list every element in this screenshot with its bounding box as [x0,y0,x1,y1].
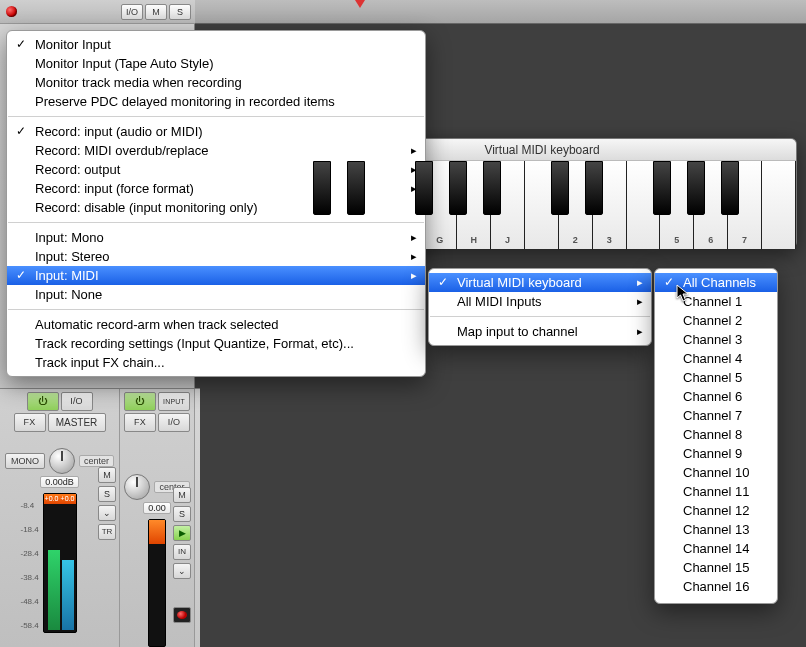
master-power-button[interactable]: ⏻ [27,392,59,411]
channel-submenu-item[interactable]: Channel 16 [655,577,777,596]
key-label: 6 [708,235,713,245]
clip-right: +0.0 [60,494,76,504]
master-tr-button[interactable]: TR [98,524,116,540]
black-key[interactable] [347,161,365,215]
context-menu-item[interactable]: Monitor Input [7,35,425,54]
context-menu-item[interactable]: Record: MIDI overdub/replace [7,141,425,160]
channel-submenu-item[interactable]: Channel 6 [655,387,777,406]
timeline-ruler[interactable] [195,0,806,24]
track-out-button[interactable]: ⌄ [173,563,191,579]
midi-channel-submenu[interactable]: All ChannelsChannel 1Channel 2Channel 3C… [654,268,778,604]
white-key[interactable] [762,161,796,249]
black-key[interactable] [721,161,739,215]
meter-tick: -8.4 [21,502,39,510]
channel-submenu-item[interactable]: Channel 10 [655,463,777,482]
input-midi-submenu[interactable]: Virtual MIDI keyboardAll MIDI InputsMap … [428,268,652,346]
context-menu-item[interactable]: Input: Stereo [7,247,425,266]
track-1-header[interactable]: I/O M S [0,0,195,24]
master-fx-button[interactable]: FX [14,413,46,432]
master-io-button[interactable]: I/O [61,392,93,411]
black-key[interactable] [585,161,603,215]
key-label: 7 [742,235,747,245]
menu-separator [8,222,424,223]
master-mono-button[interactable]: MONO [5,453,45,469]
channel-submenu-item[interactable]: Channel 15 [655,558,777,577]
master-clip-indicator[interactable]: +0.0 +0.0 [44,494,76,504]
track-meter [148,519,166,647]
midi-submenu-item[interactable]: Map input to channel [429,322,651,341]
channel-submenu-item[interactable]: All Channels [655,273,777,292]
context-menu-item[interactable]: Track input FX chain... [7,353,425,372]
context-menu-item[interactable]: Track recording settings (Input Quantize… [7,334,425,353]
meter-tick: -48.4 [21,598,39,606]
master-solo-button[interactable]: S [98,486,116,502]
track-solo-button[interactable]: S [173,506,191,522]
context-menu-item[interactable]: Preserve PDC delayed monitoring in recor… [7,92,425,111]
meter-bar-left [48,550,60,630]
black-key[interactable] [415,161,433,215]
channel-submenu-item[interactable]: Channel 1 [655,292,777,311]
master-mute-button[interactable]: M [98,467,116,483]
midi-submenu-item[interactable]: All MIDI Inputs [429,292,651,311]
key-label: H [470,235,477,245]
channel-submenu-item[interactable]: Channel 7 [655,406,777,425]
black-key[interactable] [313,161,331,215]
black-key[interactable] [483,161,501,215]
clip-left: +0.0 [44,494,60,504]
channel-submenu-item[interactable]: Channel 4 [655,349,777,368]
track-power-button[interactable]: ⏻ [124,392,156,411]
track-in-button[interactable]: IN [173,544,191,560]
menu-separator [8,309,424,310]
context-menu-item[interactable]: Record: input (audio or MIDI) [7,122,425,141]
context-menu-item[interactable]: Input: Mono [7,228,425,247]
track-mute-button[interactable]: M [173,487,191,503]
track-record-button[interactable] [173,607,191,623]
key-label: J [505,235,510,245]
track-pan-knob[interactable] [124,474,150,500]
channel-submenu-item[interactable]: Channel 9 [655,444,777,463]
black-key[interactable] [653,161,671,215]
master-env-button[interactable]: ⌄ [98,505,116,521]
context-menu-item[interactable]: Input: MIDI [7,266,425,285]
io-button[interactable]: I/O [121,4,143,20]
mute-button[interactable]: M [145,4,167,20]
menu-separator [430,316,650,317]
black-key[interactable] [687,161,705,215]
channel-submenu-item[interactable]: Channel 5 [655,368,777,387]
key-label: G [436,235,443,245]
channel-submenu-item[interactable]: Channel 3 [655,330,777,349]
track-inputfx-button[interactable]: INPUT FX [158,392,190,411]
master-db-label: 0.00dB [40,476,79,488]
context-menu-item[interactable]: Input: None [7,285,425,304]
master-name-label: MASTER [48,413,106,432]
record-arm-button[interactable] [6,6,17,17]
track-clip-indicator[interactable] [149,520,165,544]
key-label: 3 [607,235,612,245]
channel-submenu-item[interactable]: Channel 14 [655,539,777,558]
context-menu-item[interactable]: Monitor Input (Tape Auto Style) [7,54,425,73]
meter-scale: -8.4-18.4-28.4-38.4-48.4-58.4 [21,502,39,630]
workspace: I/O M S Virtual MIDI keyboard SDGHJ23567… [0,0,806,647]
channel-submenu-item[interactable]: Channel 12 [655,501,777,520]
track-play-button[interactable]: ▶ [173,525,191,541]
channel-submenu-item[interactable]: Channel 11 [655,482,777,501]
context-menu-item[interactable]: Monitor track media when recording [7,73,425,92]
master-pan-knob[interactable] [49,448,75,474]
meter-bar-right [62,560,74,630]
track-db-label: 0.00 [143,502,171,514]
meter-tick: -18.4 [21,526,39,534]
midi-submenu-item[interactable]: Virtual MIDI keyboard [429,273,651,292]
channel-submenu-item[interactable]: Channel 8 [655,425,777,444]
mixer-panel: ⏻ I/O FX MASTER MONO center 0.00dB +0.0 … [0,388,200,647]
black-key[interactable] [449,161,467,215]
channel-submenu-item[interactable]: Channel 2 [655,311,777,330]
track-fx-button[interactable]: FX [124,413,156,432]
key-label: 5 [674,235,679,245]
track-io-button[interactable]: I/O [158,413,190,432]
play-cursor-icon[interactable] [355,0,365,8]
solo-button[interactable]: S [169,4,191,20]
channel-submenu-item[interactable]: Channel 13 [655,520,777,539]
meter-tick: -58.4 [21,622,39,630]
context-menu-item[interactable]: Automatic record-arm when track selected [7,315,425,334]
black-key[interactable] [551,161,569,215]
